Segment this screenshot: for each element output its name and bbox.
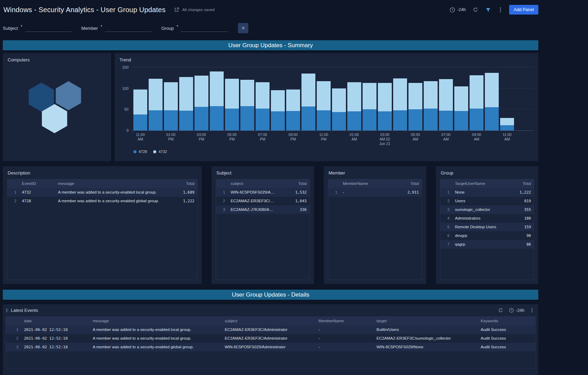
add-filter-button[interactable]: + — [238, 23, 248, 33]
trend-bar[interactable] — [439, 79, 453, 130]
table-row[interactable]: 1WIN-6C5PO5FS029/Administrator1,532 — [216, 188, 309, 197]
x-tick-label: 01:00 AM — [347, 133, 361, 146]
trend-bar[interactable] — [271, 90, 285, 130]
trend-bar[interactable] — [317, 81, 331, 130]
latest-events-header: Latest Events -24h — [3, 304, 538, 315]
panel-refresh-button[interactable] — [497, 307, 504, 314]
cell-member_name: - — [316, 343, 374, 351]
bar-segment-4728 — [225, 109, 239, 130]
column-header[interactable]: Keywords — [478, 317, 535, 325]
table-row[interactable]: 3EC2AMAZ-J7K308I/Administrator336 — [216, 205, 309, 214]
bar-segment-4728 — [179, 111, 193, 130]
hexagon-mid[interactable] — [56, 81, 81, 110]
column-header[interactable]: Total — [390, 179, 422, 188]
trend-bar[interactable] — [286, 90, 300, 130]
trend-bar[interactable] — [500, 118, 514, 130]
time-range-button[interactable]: -24h — [449, 6, 466, 14]
legend-item[interactable]: 4732 — [153, 150, 167, 154]
trend-bar[interactable] — [240, 80, 254, 130]
bar-segment-4732 — [378, 83, 392, 112]
trend-bar[interactable] — [363, 83, 376, 130]
table-row[interactable]: 12021-06-02 12:52:18A member was added t… — [6, 325, 535, 334]
trend-bar[interactable] — [149, 79, 163, 130]
trend-bar[interactable] — [133, 90, 147, 130]
add-panel-button[interactable]: Add Panel — [509, 5, 538, 15]
trend-bar[interactable] — [347, 82, 361, 130]
trend-bar[interactable] — [424, 81, 438, 130]
table-row[interactable]: 2EC2AMAZ-ER3EF3C/Administrator1,043 — [216, 197, 309, 205]
column-header[interactable]: Total — [502, 179, 534, 188]
table-row[interactable]: 2Users819 — [440, 197, 534, 205]
x-tick-label: 05:00 PM — [225, 133, 239, 146]
legend-label: 4728 — [139, 150, 147, 154]
table-row[interactable]: 32021-06-02 12:52:18A member was added t… — [6, 343, 535, 351]
drag-handle-icon[interactable] — [6, 308, 8, 312]
table-row[interactable]: 14732A member was added to a security-en… — [7, 188, 197, 197]
honeycomb-chart[interactable] — [3, 65, 111, 140]
column-header[interactable]: TargetUserName — [452, 179, 502, 188]
column-header[interactable]: date — [21, 317, 90, 325]
x-tick-label — [149, 133, 163, 146]
bar-segment-4728 — [470, 109, 483, 130]
table-row[interactable]: 5Remote Desktop Users159 — [440, 223, 534, 231]
trend-bar[interactable] — [164, 82, 178, 130]
filter-button[interactable] — [485, 6, 492, 14]
bar-segment-4732 — [424, 81, 438, 109]
member-filter-input[interactable] — [105, 25, 151, 32]
table-row[interactable]: 3sumologic_collector355 — [440, 205, 534, 214]
panel-title: Latest Events — [11, 308, 38, 313]
share-icon[interactable] — [174, 7, 180, 12]
bar-segment-4732 — [317, 81, 331, 110]
trend-bar[interactable] — [470, 75, 483, 130]
subject-filter-input[interactable] — [25, 25, 72, 32]
table-row[interactable]: 6devgrp90 — [440, 231, 534, 240]
trend-bar[interactable] — [210, 71, 224, 130]
column-header[interactable]: target — [374, 317, 478, 325]
cell-name: qagrp — [452, 240, 502, 249]
refresh-button[interactable] — [472, 6, 479, 13]
bar-segment-4728 — [439, 111, 453, 130]
table-row[interactable]: 7qagrp86 — [440, 240, 534, 249]
filter-label: Subject — [3, 26, 18, 32]
column-header[interactable]: message — [90, 317, 222, 325]
column-header — [6, 317, 21, 325]
column-header[interactable]: Total — [165, 179, 197, 188]
bar-segment-4732 — [408, 83, 422, 109]
panel-more-options-button[interactable] — [529, 307, 535, 314]
column-header[interactable]: subject — [222, 317, 316, 325]
table-row[interactable]: 1None1,222 — [440, 188, 534, 197]
panel-time-range-button[interactable]: -24h — [508, 307, 525, 314]
filter-label: Member — [81, 26, 98, 32]
table-row[interactable]: 24728A member was added to a security-en… — [7, 197, 197, 205]
trend-bar[interactable] — [393, 78, 407, 130]
group-filter-input[interactable] — [181, 25, 227, 32]
trend-bar[interactable] — [301, 74, 315, 130]
cell-num: 1 — [328, 188, 340, 197]
trend-bar[interactable] — [332, 88, 346, 130]
trend-bar[interactable] — [194, 76, 208, 130]
column-header[interactable]: MemberName — [340, 179, 390, 188]
more-options-button[interactable] — [497, 6, 504, 13]
table-row[interactable]: 22021-06-02 12:52:18A member was added t… — [6, 334, 535, 343]
gridline — [131, 67, 533, 67]
column-header[interactable]: message — [55, 179, 165, 188]
trend-bar[interactable] — [454, 86, 468, 130]
table-row[interactable]: 4Administrators180 — [440, 214, 534, 223]
trend-bar[interactable] — [408, 83, 422, 130]
panel-title: Group — [436, 166, 538, 178]
trend-bar[interactable] — [378, 83, 392, 130]
trend-bar[interactable] — [179, 77, 193, 130]
trend-bar[interactable] — [225, 79, 239, 130]
table-row[interactable]: 1-2,911 — [328, 188, 422, 197]
clock-icon — [449, 7, 455, 13]
subject-panel: Subject subjectTotal1WIN-6C5PO5FS029/Adm… — [212, 166, 314, 284]
trend-bar[interactable] — [256, 82, 270, 130]
legend-item[interactable]: 4728 — [133, 150, 147, 154]
column-header[interactable]: subject — [228, 179, 278, 188]
column-header[interactable]: EventID — [19, 179, 55, 188]
cell-total: 180 — [502, 214, 534, 223]
y-tick-label: 100 — [122, 86, 129, 91]
trend-bar[interactable] — [485, 73, 499, 130]
column-header[interactable]: Total — [278, 179, 309, 188]
column-header[interactable]: MemberName — [316, 317, 374, 325]
